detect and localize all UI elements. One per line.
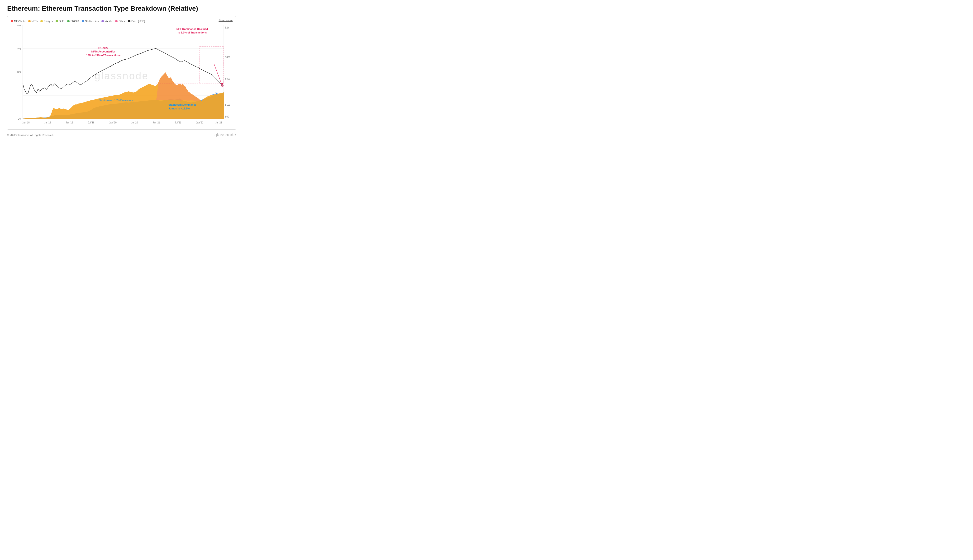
- legend: MEV bots NFTs Bridges DeFi ERC20 Stablec…: [11, 20, 232, 23]
- svg-text:Jul '20: Jul '20: [131, 121, 138, 124]
- svg-text:Jan '21: Jan '21: [152, 121, 160, 124]
- footer: © 2022 Glassnode. All Rights Reserved. g…: [7, 132, 236, 137]
- legend-label-defi: DeFi: [59, 20, 64, 23]
- legend-item-price: Price [USD]: [128, 20, 145, 23]
- legend-item-defi: DeFi: [55, 20, 64, 23]
- svg-rect-29: [200, 46, 224, 84]
- legend-item-vanilla: Vanilla: [102, 20, 112, 23]
- stablecoins-dot: [82, 20, 84, 22]
- copyright-text: © 2022 Glassnode. All Rights Reserved.: [7, 133, 53, 137]
- nfts-dot: [28, 20, 31, 22]
- svg-text:$100: $100: [225, 103, 231, 106]
- svg-text:$400: $400: [225, 77, 231, 80]
- defi-dot: [55, 20, 58, 22]
- legend-label-vanilla: Vanilla: [105, 20, 112, 23]
- svg-text:Jul '22: Jul '22: [216, 121, 222, 124]
- chart-area: glassnode 36% 24% 12% 0% $2k $800 $4: [11, 25, 232, 127]
- svg-text:36%: 36%: [17, 25, 22, 27]
- legend-item-other: Other: [115, 20, 125, 23]
- legend-label-price: Price [USD]: [131, 20, 145, 23]
- erc20-dot: [67, 20, 70, 22]
- svg-text:$2k: $2k: [225, 27, 229, 29]
- bridges-dot: [40, 20, 43, 22]
- legend-label-nfts: NFTs: [32, 20, 38, 23]
- footer-logo: glassnode: [214, 132, 236, 137]
- legend-item-bridges: Bridges: [40, 20, 52, 23]
- page-title: Ethereum: Ethereum Transaction Type Brea…: [7, 5, 236, 12]
- legend-item-erc20: ERC20: [67, 20, 79, 23]
- svg-text:Jan '18: Jan '18: [22, 121, 30, 124]
- svg-text:12%: 12%: [17, 71, 22, 73]
- legend-label-other: Other: [119, 20, 125, 23]
- svg-text:$800: $800: [225, 56, 231, 58]
- price-dot: [128, 20, 130, 22]
- svg-text:0%: 0%: [18, 118, 22, 120]
- svg-text:Jul '19: Jul '19: [88, 121, 95, 124]
- svg-text:Jan '19: Jan '19: [66, 121, 74, 124]
- svg-line-32: [214, 64, 222, 85]
- legend-label-mev: MEV bots: [14, 20, 25, 23]
- legend-item-nfts: NFTs: [28, 20, 38, 23]
- mev-dot: [11, 20, 13, 22]
- other-dot: [115, 20, 118, 22]
- svg-text:24%: 24%: [17, 48, 22, 50]
- legend-label-bridges: Bridges: [44, 20, 52, 23]
- vanilla-dot: [102, 20, 104, 22]
- svg-text:Jan '20: Jan '20: [109, 121, 117, 124]
- reset-zoom-button[interactable]: Reset zoom: [219, 19, 232, 22]
- svg-text:Jan '22: Jan '22: [196, 121, 203, 124]
- legend-label-stablecoins: Stablecoins: [85, 20, 99, 23]
- chart-container: MEV bots NFTs Bridges DeFi ERC20 Stablec…: [7, 16, 236, 130]
- legend-item-mev: MEV bots: [11, 20, 25, 23]
- svg-text:Jul '18: Jul '18: [44, 121, 51, 124]
- svg-text:Jul '21: Jul '21: [175, 121, 181, 124]
- chart-svg: 36% 24% 12% 0% $2k $800 $400 $100 $60 Ja…: [11, 25, 232, 127]
- legend-label-erc20: ERC20: [70, 20, 79, 23]
- svg-text:$60: $60: [225, 115, 229, 118]
- legend-item-stablecoins: Stablecoins: [82, 20, 99, 23]
